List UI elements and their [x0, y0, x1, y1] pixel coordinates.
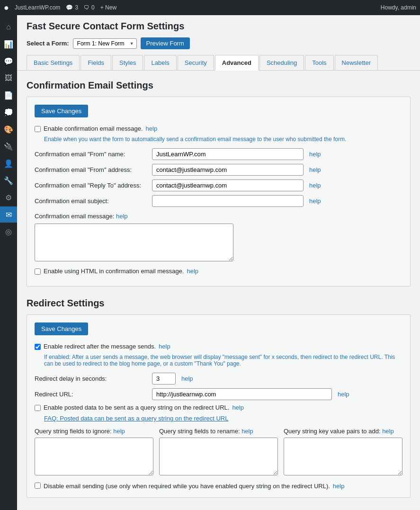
enable-confirmation-help-link[interactable]: help — [146, 125, 158, 132]
query-add-help-link[interactable]: help — [382, 428, 394, 435]
enable-redirect-checkbox[interactable] — [35, 344, 41, 350]
query-rename-textarea[interactable] — [159, 438, 278, 475]
confirmation-settings-box: Save Changes Enable confirmation email m… — [27, 97, 411, 286]
html-enable-help-link[interactable]: help — [187, 268, 199, 275]
redirect-url-input[interactable] — [152, 388, 332, 400]
query-string-checkbox[interactable] — [35, 405, 41, 411]
redirect-save-button[interactable]: Save Changes — [35, 322, 88, 335]
query-add-col: Query string key value pairs to add: hel… — [284, 428, 402, 477]
tab-styles[interactable]: Styles — [112, 55, 143, 70]
tab-basic-settings[interactable]: Basic Settings — [27, 55, 80, 70]
query-ignore-textarea[interactable] — [35, 438, 153, 475]
query-rename-help-link[interactable]: help — [241, 428, 253, 435]
main-content: Fast Secure Contact Form Settings Select… — [17, 15, 420, 510]
enable-confirmation-label: Enable confirmation email message. — [44, 125, 143, 132]
form-select-label: Select a Form: — [27, 40, 69, 47]
redirect-settings-box: Save Changes Enable redirect after the m… — [27, 314, 411, 498]
admin-bar: ● JustLearnWP.com 💬 3 🗨 0 + New Howdy, a… — [0, 0, 420, 15]
reply-to-label: Confirmation email "Reply To" address: — [35, 182, 148, 189]
subject-row: Confirmation email subject: help — [35, 195, 402, 207]
enable-redirect-label: Enable redirect after the message sends. — [44, 343, 156, 350]
admin-bar-comments[interactable]: 💬 3 — [66, 4, 78, 11]
form-select-row: Select a Form: Form 1: New Form Preview … — [27, 37, 411, 49]
tab-tools[interactable]: Tools — [305, 55, 333, 70]
sidebar-settings-icon[interactable]: ⚙ — [0, 189, 17, 206]
sidebar: ⌂ 📊 💬 🖼 📄 💭 🎨 🔌 👤 🔧 ⚙ ✉ ◎ — [0, 15, 17, 510]
from-name-input[interactable] — [152, 148, 304, 160]
message-label: Confirmation email message: help — [35, 211, 148, 220]
tab-scheduling[interactable]: Scheduling — [259, 55, 304, 70]
redirect-section-wrapper: Redirect Settings Save Changes Enable re… — [17, 298, 420, 498]
message-row: Confirmation email message: help — [35, 211, 402, 220]
from-name-label: Confirmation email "From" name: — [35, 151, 148, 158]
confirmation-save-button[interactable]: Save Changes — [35, 105, 88, 117]
from-name-help-link[interactable]: help — [309, 151, 321, 158]
sidebar-media-icon[interactable]: 🖼 — [0, 70, 17, 86]
admin-bar-messages[interactable]: 🗨 0 — [84, 4, 95, 11]
subject-help-link[interactable]: help — [309, 197, 321, 205]
preview-form-button[interactable]: Preview Form — [141, 37, 190, 49]
sidebar-home-icon[interactable]: ⌂ — [0, 19, 17, 35]
redirect-url-label: Redirect URL: — [35, 391, 148, 398]
from-address-help-link[interactable]: help — [309, 166, 321, 173]
page-title: Fast Secure Contact Form Settings — [27, 21, 411, 32]
sidebar-stats-icon[interactable]: 📊 — [0, 36, 17, 52]
redirect-delay-input[interactable] — [152, 373, 176, 385]
query-ignore-help-link[interactable]: help — [113, 428, 125, 435]
html-enable-row: Enable using HTML in confirmation email … — [35, 268, 402, 275]
redirect-section-title: Redirect Settings — [27, 298, 411, 309]
query-ignore-label: Query string fields to ignore: help — [35, 428, 153, 435]
sidebar-plugins-icon[interactable]: 🔌 — [0, 138, 17, 154]
sidebar-bubble-icon[interactable]: 💬 — [0, 53, 17, 69]
sidebar-users-icon[interactable]: 👤 — [0, 155, 17, 171]
query-rename-col: Query string fields to rename: help — [159, 428, 278, 477]
query-string-help-link[interactable]: help — [232, 404, 244, 411]
disable-email-help-link[interactable]: help — [333, 483, 345, 490]
sidebar-tools-icon[interactable]: 🔧 — [0, 172, 17, 188]
subject-input[interactable] — [152, 195, 304, 207]
sidebar-circle-icon[interactable]: ◎ — [0, 224, 17, 240]
query-ignore-col: Query string fields to ignore: help — [35, 428, 153, 477]
confirmation-info-text: Enable when you want the form to automat… — [44, 136, 402, 143]
sidebar-contact-icon[interactable]: ✉ — [0, 206, 17, 223]
sidebar-appearance-icon[interactable]: 🎨 — [0, 121, 17, 137]
form-select-dropdown[interactable]: Form 1: New Form — [73, 38, 137, 49]
html-enable-label: Enable using HTML in confirmation email … — [44, 268, 184, 275]
from-address-input[interactable] — [152, 164, 304, 176]
reply-to-help-link[interactable]: help — [309, 182, 321, 189]
query-string-label: Enable posted data to be sent as a query… — [44, 404, 229, 411]
tab-fields[interactable]: Fields — [80, 55, 111, 70]
query-string-row: Enable posted data to be sent as a query… — [35, 404, 402, 411]
message-help-link[interactable]: help — [116, 213, 128, 220]
tab-labels[interactable]: Labels — [144, 55, 176, 70]
from-address-row: Confirmation email "From" address: help — [35, 164, 402, 176]
query-add-textarea[interactable] — [284, 438, 402, 475]
from-address-label: Confirmation email "From" address: — [35, 166, 148, 173]
html-enable-checkbox[interactable] — [35, 268, 41, 275]
wp-logo[interactable]: ● — [4, 3, 9, 13]
redirect-url-help-link[interactable]: help — [338, 391, 349, 398]
sidebar-pages-icon[interactable]: 📄 — [0, 87, 17, 103]
tab-advanced[interactable]: Advanced — [215, 55, 259, 71]
enable-confirmation-row: Enable confirmation email message. help — [35, 125, 402, 132]
from-name-row: Confirmation email "From" name: help — [35, 148, 402, 160]
form-select-wrapper[interactable]: Form 1: New Form — [73, 38, 137, 49]
redirect-delay-help-link[interactable]: help — [181, 375, 193, 382]
admin-bar-site[interactable]: JustLearnWP.com — [15, 4, 61, 11]
enable-confirmation-checkbox[interactable] — [35, 126, 41, 132]
admin-bar-new[interactable]: + New — [100, 4, 116, 11]
reply-to-input[interactable] — [152, 179, 304, 191]
sidebar-comments-icon[interactable]: 💭 — [0, 104, 17, 120]
faq-link-wrapper: FAQ: Posted data can be sent as a query … — [44, 415, 402, 422]
reply-to-row: Confirmation email "Reply To" address: h… — [35, 179, 402, 191]
enable-redirect-help-link[interactable]: help — [159, 343, 170, 350]
disable-email-checkbox[interactable] — [35, 483, 41, 489]
faq-link[interactable]: FAQ: Posted data can be sent as a query … — [44, 415, 229, 422]
redirect-delay-label: Redirect delay in seconds: — [35, 375, 148, 382]
tab-security[interactable]: Security — [178, 55, 214, 70]
message-textarea[interactable] — [35, 224, 233, 261]
tab-newsletter[interactable]: Newsletter — [335, 55, 378, 70]
query-grid: Query string fields to ignore: help Quer… — [35, 428, 402, 477]
redirect-url-row: Redirect URL: help — [35, 388, 402, 400]
query-add-label: Query string key value pairs to add: hel… — [284, 428, 402, 435]
